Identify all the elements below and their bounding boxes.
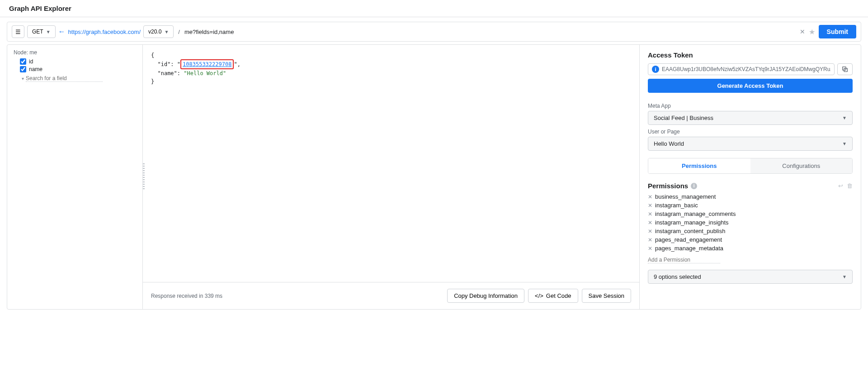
get-code-button[interactable]: </> Get Code [528,289,578,303]
remove-permission-icon[interactable]: ✕ [648,202,652,209]
permission-name: instagram_manage_insights [655,219,729,226]
access-token-input[interactable] [662,66,830,72]
code-icon: </> [535,292,543,299]
search-field-wrap: ▾ [22,75,136,82]
chevron-down-icon: ▼ [842,115,847,120]
copy-debug-button[interactable]: Copy Debug Information [447,289,524,303]
json-value-name: "Hello World" [184,70,226,76]
permission-item: ✕instagram_manage_insights [648,218,853,227]
undo-icon[interactable]: ↩ [838,182,843,189]
permissions-heading-text: Permissions [648,182,688,190]
permission-name: business_management [655,193,716,200]
options-selected-label: 9 options selected [654,273,701,280]
field-checkbox-id[interactable] [20,58,26,65]
id-link[interactable]: 108355332229708 [183,61,231,67]
access-token-heading: Access Token [648,51,853,59]
permission-item: ✕business_management [648,192,853,201]
permissions-list: ✕business_management ✕instagram_basic ✕i… [648,192,853,253]
generate-token-button[interactable]: Generate Access Token [648,79,853,93]
json-key-name: "name" [157,70,177,76]
permission-item: ✕instagram_basic [648,201,853,210]
info-icon[interactable]: i [691,183,697,189]
content-area: Node: me id name ▾ { "id": "108355332229… [7,44,861,310]
api-version-label: v20.0 [148,29,161,35]
remove-permission-icon[interactable]: ✕ [648,237,652,243]
hamburger-icon: ☰ [15,29,21,35]
field-name: name [29,66,42,72]
permission-name: instagram_manage_comments [655,210,736,217]
clear-query-icon[interactable]: ✕ [800,28,805,35]
tabs: Permissions Configurations [648,158,853,174]
query-input[interactable] [184,29,797,35]
user-page-value: Hello World [654,140,684,147]
permissions-heading: Permissions i [648,182,697,190]
user-page-label: User or Page [648,129,853,135]
permission-name: instagram_basic [655,202,698,209]
page-title: Graph API Explorer [9,5,859,12]
remove-permission-icon[interactable]: ✕ [648,228,652,234]
add-permission-input[interactable] [648,257,720,263]
trash-icon[interactable]: 🗑 [847,182,853,189]
field-name: id [29,58,33,65]
back-arrow-icon[interactable]: ← [58,28,66,36]
submit-button[interactable]: Submit [819,25,856,38]
permission-item: ✕pages_read_engagement [648,235,853,244]
base-url[interactable]: https://graph.facebook.com/ [68,29,141,35]
response-footer: Response received in 339 ms Copy Debug I… [143,282,639,309]
remove-permission-icon[interactable]: ✕ [648,211,652,217]
chevron-down-icon: ▼ [164,29,169,34]
add-permission-wrap [648,256,853,263]
response-status: Response received in 339 ms [151,293,222,299]
remove-permission-icon[interactable]: ✕ [648,245,652,252]
token-input-wrap: i [648,63,835,75]
save-session-button[interactable]: Save Session [582,289,632,303]
permission-item: ✕pages_manage_metadata [648,244,853,253]
path-separator: / [176,29,182,35]
user-page-select[interactable]: Hello World ▼ [648,137,853,151]
request-toolbar: ☰ GET ▼ ← https://graph.facebook.com/ v2… [7,22,861,42]
field-row-id: id [20,58,136,65]
copy-token-button[interactable] [837,63,853,75]
options-selected-dropdown[interactable]: 9 options selected ▼ [648,270,853,284]
star-icon[interactable]: ★ [809,28,815,36]
permission-name: pages_read_engagement [655,236,722,243]
chevron-down-icon: ▼ [46,29,51,34]
sidebar-right: Access Token i Generate Access Token Met… [639,45,861,309]
fields-panel: Node: me id name ▾ [7,45,143,309]
meta-app-value: Social Feed | Business [654,115,713,121]
chevron-down-icon[interactable]: ▾ [22,76,24,81]
json-key-id: "id" [157,61,170,67]
tab-permissions[interactable]: Permissions [648,158,750,173]
remove-permission-icon[interactable]: ✕ [648,220,652,226]
field-search-input[interactable] [26,75,103,82]
permission-item: ✕instagram_manage_comments [648,210,853,218]
copy-icon [841,66,849,73]
meta-app-label: Meta App [648,103,853,109]
http-method-select[interactable]: GET ▼ [27,25,56,38]
response-panel: { "id": "108355332229708", "name": "Hell… [143,45,639,309]
tab-configurations[interactable]: Configurations [750,158,853,173]
http-method-label: GET [32,29,43,35]
remove-permission-icon[interactable]: ✕ [648,194,652,200]
api-version-select[interactable]: v20.0 ▼ [143,25,174,38]
get-code-label: Get Code [546,292,571,299]
meta-app-select[interactable]: Social Feed | Business ▼ [648,111,853,125]
chevron-down-icon: ▼ [842,141,847,146]
highlighted-id: 108355332229708 [180,59,234,69]
menu-toggle-button[interactable]: ☰ [12,25,24,38]
chevron-down-icon: ▼ [842,274,847,279]
response-body: { "id": "108355332229708", "name": "Hell… [143,45,639,282]
page-header: Graph API Explorer [0,0,868,17]
field-row-name: name [20,66,136,72]
permission-name: instagram_content_publish [655,228,725,234]
field-checkbox-name[interactable] [20,66,26,72]
permission-item: ✕instagram_content_publish [648,227,853,235]
permission-name: pages_manage_metadata [655,245,723,252]
node-label: Node: me [14,49,136,56]
info-icon[interactable]: i [652,66,659,73]
